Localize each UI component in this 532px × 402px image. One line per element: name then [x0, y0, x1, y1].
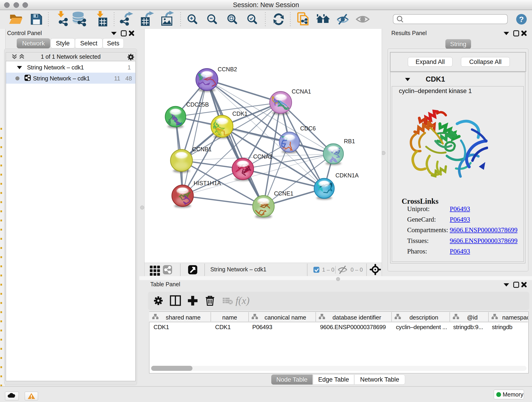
svg-text:1 – 0: 1 – 0 [322, 267, 334, 273]
svg-text:CDK1: CDK1 [215, 324, 231, 331]
svg-text:namespace: namespace [502, 314, 528, 321]
svg-text:?: ? [519, 15, 524, 24]
svg-text:CDK1: CDK1 [153, 324, 169, 331]
svg-text:0 – 0: 0 – 0 [351, 267, 363, 273]
svg-text:database identifier: database identifier [332, 314, 381, 321]
svg-text:cyclin–dependent ...: cyclin–dependent ... [396, 324, 447, 331]
svg-text:9606.ENSP00000378699: 9606.ENSP00000378699 [320, 324, 386, 331]
svg-text:name: name [222, 314, 237, 321]
svg-text:CCNB2: CCNB2 [218, 66, 237, 72]
svg-text:stringdb:9...: stringdb:9... [453, 324, 483, 331]
svg-text:CCNE1: CCNE1 [274, 190, 293, 197]
svg-text:CDK1: CDK1 [232, 110, 248, 117]
svg-text:f(x): f(x) [235, 295, 249, 306]
svg-text:String Network – cdk1: String Network – cdk1 [210, 266, 266, 273]
svg-text:description: description [409, 314, 438, 321]
svg-text:RB1: RB1 [344, 138, 355, 144]
svg-text:@id: @id [467, 314, 478, 321]
svg-text:HIST1H1A: HIST1H1A [194, 180, 221, 186]
svg-text:canonical name: canonical name [264, 314, 306, 321]
svg-text:shared name: shared name [166, 314, 201, 321]
svg-text:CCNA2: CCNA2 [253, 153, 273, 160]
svg-text:CDC25B: CDC25B [186, 101, 209, 108]
svg-text:CDKN1A: CDKN1A [336, 172, 359, 179]
svg-text:CCNB1: CCNB1 [192, 146, 212, 153]
svg-text:CDC6: CDC6 [300, 125, 316, 132]
svg-text:CCNA1: CCNA1 [292, 88, 311, 95]
svg-text:P06493: P06493 [252, 324, 272, 331]
svg-text:stringdb: stringdb [492, 324, 512, 331]
